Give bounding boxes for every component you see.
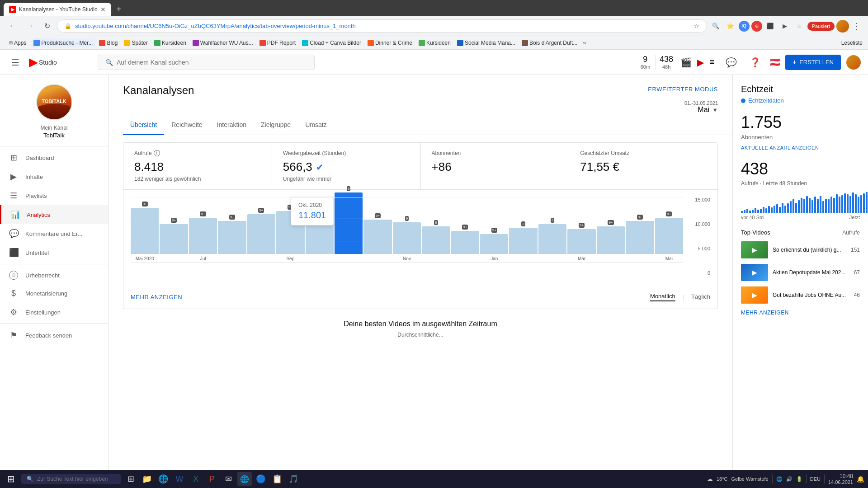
chart-bar[interactable] [422, 226, 450, 254]
date-selector[interactable]: 01.-31.05.2021 Mai ▼ [108, 97, 732, 114]
bookmark-bois[interactable]: Bois d'Argent Duft... [519, 38, 580, 47]
ext-btn-3[interactable]: ≡ [793, 20, 806, 33]
menu-btn[interactable]: ⋮ [851, 21, 863, 31]
extended-mode-btn[interactable]: ERWEITERTER MODUS [648, 84, 718, 93]
taskbar-search[interactable]: 🔍 [21, 474, 121, 484]
live-icon-btn[interactable]: ▶ [695, 55, 706, 70]
erstellen-btn[interactable]: + ERSTELLEN [785, 55, 841, 70]
forward-button[interactable]: → [23, 19, 37, 33]
sidebar-item-einstellungen[interactable]: ⚙ Einstellungen [0, 303, 108, 322]
monatlich-btn[interactable]: Monatlich [650, 293, 675, 301]
address-bar[interactable]: 🔒 studio.youtube.com/channel/UC6N5u-OiGz… [57, 19, 707, 33]
taskbar-app-spotify[interactable]: 🎵 [286, 472, 301, 486]
bookmark-wahlfaecher[interactable]: Wahlfächer WU Aus... [190, 38, 256, 47]
taeglich-btn[interactable]: Täglich [691, 293, 710, 301]
top-video-item-1[interactable]: ▶ So erkennst du (wirklich) g... 151 [741, 241, 860, 258]
comments-btn[interactable]: 💬 [722, 53, 741, 71]
chart-bar[interactable] [393, 222, 421, 254]
search-input[interactable] [117, 59, 307, 66]
tab-reichweite[interactable]: Reichweite [164, 116, 209, 135]
taskbar-app-mail[interactable]: ✉ [221, 472, 236, 486]
bookmark-pdf[interactable]: PDF Report [257, 38, 298, 47]
tab-uebersicht[interactable]: Übersicht [123, 116, 164, 135]
star-icon[interactable]: ☆ [694, 23, 699, 29]
chart-bar[interactable] [538, 224, 566, 254]
taskbar-app-excel[interactable]: X [189, 472, 203, 486]
bookmark-apps[interactable]: ⊞ Apps [5, 38, 30, 47]
notifications-btn[interactable]: 🔔 [857, 475, 864, 483]
start-btn[interactable]: ⊞ [4, 472, 19, 486]
yt-studio-logo[interactable]: ▶ Studio [29, 55, 92, 69]
bookmark-produktsuche[interactable]: Produktsuche - Mer... [31, 38, 95, 47]
chart-bar[interactable] [655, 218, 683, 254]
taskbar-app-misc1[interactable]: 📋 [270, 472, 284, 486]
top-video-item-3[interactable]: ▶ Gut bezahlte Jobs OHNE Au... 46 [741, 286, 860, 304]
sidebar-item-inhalte[interactable]: ▶ Inhalte [0, 167, 108, 186]
chart-bar[interactable] [247, 214, 275, 254]
chart-bar[interactable] [509, 228, 537, 254]
bookmark-blog[interactable]: Blog [96, 38, 120, 47]
tab-umsatz[interactable]: Umsatz [298, 116, 334, 135]
sidebar-item-untertitel[interactable]: ⬛ Untertitel [0, 243, 108, 262]
bookmarks-more[interactable]: » [581, 39, 588, 46]
film-icon-btn[interactable]: 🎬 [679, 55, 693, 70]
aktuelle-anzahl-btn[interactable]: AKTUELLE ANZAHL ANZEIGEN [741, 145, 819, 150]
reading-list[interactable]: Leseliste [841, 40, 863, 46]
taskbar-app-edge[interactable]: 🌐 [156, 472, 170, 486]
chart-bar[interactable] [160, 224, 188, 254]
channel-avatar[interactable]: TOBITALK [36, 84, 72, 120]
ext-btn-1[interactable]: ⬛ [764, 20, 777, 33]
bookmark-canva[interactable]: Cload + Canva Bilder [299, 38, 364, 47]
bookmark-kursideen[interactable]: Kursideen [151, 38, 189, 47]
hamburger-btn[interactable]: ☰ [7, 54, 24, 70]
chart-bar[interactable] [363, 220, 392, 254]
ext-iq[interactable]: IQ [739, 21, 750, 32]
chart-bar[interactable] [451, 231, 479, 254]
chart-bar[interactable] [189, 218, 217, 254]
browser-tab[interactable]: ▶ Kanalanalysen - YouTube Studio ✕ [4, 3, 111, 16]
chart-bar[interactable] [335, 192, 363, 254]
tab-close-icon[interactable]: ✕ [100, 6, 106, 13]
menu-icon-btn[interactable]: ≡ [708, 55, 717, 69]
pausiert-badge[interactable]: Pausiert [807, 22, 835, 31]
sidebar-item-kommentare[interactable]: 💬 Kommentare und Er... [0, 224, 108, 243]
ext-btn-2[interactable]: ▶ [778, 20, 791, 33]
chart-bar[interactable] [218, 221, 246, 254]
mehr-anzeigen-btn[interactable]: MEHR ANZEIGEN [131, 294, 182, 300]
profile-avatar-browser[interactable] [836, 20, 849, 33]
chart-bar[interactable] [480, 234, 508, 254]
taskbar-app-browser[interactable]: 🌐 [237, 472, 252, 486]
taskbar-search-input[interactable] [37, 476, 109, 482]
taskbar-app-ppt[interactable]: P [205, 472, 219, 486]
bookmark-btn[interactable]: ⭐ [724, 20, 737, 33]
top-video-item-2[interactable]: ▶ Aktien Depotupdate Mai 202... 67 [741, 264, 860, 281]
info-icon[interactable]: i [154, 150, 160, 156]
sidebar-item-urheberrecht[interactable]: © Urheberrecht [0, 266, 108, 284]
chart-bar[interactable] [567, 229, 595, 254]
sidebar-item-dashboard[interactable]: ⊞ Dashboard [0, 148, 108, 167]
back-button[interactable]: ← [5, 19, 20, 33]
taskbar-app-explorer[interactable]: 📁 [140, 472, 154, 486]
sidebar-item-monetarisierung[interactable]: $ Monetarisierung [0, 284, 108, 303]
chart-bar[interactable] [626, 221, 654, 254]
ext-circle[interactable]: ⊕ [751, 21, 762, 32]
new-tab-btn[interactable]: + [113, 3, 125, 16]
refresh-button[interactable]: ↻ [40, 19, 54, 33]
search-lens-btn[interactable]: 🔍 [710, 20, 722, 33]
avatar[interactable] [846, 55, 861, 70]
bookmark-social[interactable]: Social Media Mana... [454, 38, 518, 47]
chart-bar[interactable] [131, 208, 159, 254]
bookmark-spaeter[interactable]: Später [121, 38, 150, 47]
echtzeit-sub[interactable]: Echtzeitdaten [748, 97, 784, 104]
taskbar-app-word[interactable]: W [172, 472, 187, 486]
yt-search-bar[interactable]: 🔍 [98, 55, 315, 70]
sidebar-item-feedback[interactable]: ⚑ Feedback senden [0, 326, 108, 345]
sidebar-item-playlists[interactable]: ☰ Playlists [0, 186, 108, 205]
bookmark-kursideen2[interactable]: Kursideen [416, 38, 453, 47]
chart-bar[interactable] [597, 226, 625, 254]
sidebar-item-analytics[interactable]: 📊 Analytics [0, 205, 108, 224]
bookmark-dinner[interactable]: Dinner & Crime [365, 38, 415, 47]
tab-interaktion[interactable]: Interaktion [210, 116, 254, 135]
mehr-anzeigen-right-btn[interactable]: MEHR ANZEIGEN [741, 310, 789, 316]
taskbar-app-chrome[interactable]: 🔵 [254, 472, 268, 486]
